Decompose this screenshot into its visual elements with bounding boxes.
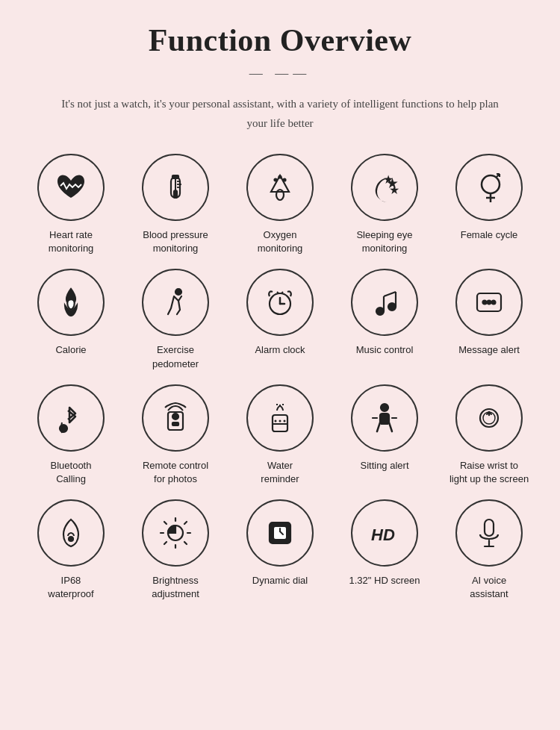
function-item-water: Water reminder [231, 384, 329, 486]
svg-point-35 [172, 414, 178, 419]
exercise-icon-circle [142, 269, 209, 336]
sitting-icon-circle [351, 384, 418, 452]
function-item-music: Music control [336, 269, 433, 370]
function-item-exercise: Exercise pedometer [127, 269, 224, 370]
remote-label: Remote control for photos [143, 459, 208, 486]
message-label: Message alert [458, 343, 520, 357]
svg-point-18 [175, 289, 181, 295]
function-item-oxygen: Oxygen monitoring [231, 154, 329, 255]
svg-point-24 [376, 308, 384, 315]
ai-voice-icon-circle [455, 499, 523, 567]
function-item-raise-wrist: Raise wrist to light up the screen [441, 384, 538, 486]
alarm-icon-circle [246, 269, 314, 336]
function-item-blood-pressure: Blood pressure monitoring [127, 154, 224, 255]
subtitle: It's not just a watch, it's your persona… [56, 95, 504, 133]
svg-point-32 [492, 301, 496, 305]
heart-rate-icon-circle [37, 154, 105, 221]
function-item-remote: Remote control for photos [127, 384, 224, 486]
svg-text:HD: HD [371, 525, 395, 544]
title-divider: — —— [15, 66, 545, 81]
svg-rect-3 [174, 190, 177, 198]
svg-text:★: ★ [386, 177, 391, 182]
blood-pressure-icon-circle [142, 154, 209, 221]
hd-screen-label: 1.32" HD screen [349, 574, 420, 587]
svg-line-47 [377, 422, 380, 431]
brightness-icon-circle [142, 499, 209, 567]
page-title: Function Overview [15, 22, 545, 58]
svg-line-58 [164, 522, 167, 524]
function-item-sitting: Sitting alert [336, 384, 433, 486]
function-item-dynamic-dial: Dynamic dial [231, 499, 329, 601]
function-item-message: Message alert [441, 269, 538, 370]
female-cycle-icon-circle [455, 154, 523, 221]
brightness-label: Brightness adjustment [152, 574, 199, 601]
female-cycle-label: Female cycle [461, 228, 518, 242]
blood-pressure-label: Blood pressure monitoring [143, 228, 208, 255]
svg-text:★: ★ [392, 187, 396, 193]
svg-point-15 [482, 175, 500, 193]
function-item-ai-voice: AI voice assistant [441, 499, 538, 601]
oxygen-label: Oxygen monitoring [258, 228, 303, 255]
calorie-icon-circle [37, 269, 105, 336]
function-item-brightness: Brightness adjustment [127, 499, 224, 601]
raise-wrist-label: Raise wrist to light up the screen [449, 459, 529, 486]
water-icon-circle [246, 384, 314, 452]
alarm-label: Alarm clock [255, 343, 305, 357]
message-icon-circle [455, 269, 523, 336]
sitting-label: Sitting alert [360, 459, 408, 472]
svg-line-22 [277, 292, 279, 293]
svg-point-30 [483, 301, 487, 305]
ip68-label: IP68 waterproof [48, 574, 93, 601]
ai-voice-label: AI voice assistant [470, 574, 508, 601]
svg-point-25 [388, 303, 396, 311]
water-label: Water reminder [261, 459, 299, 486]
remote-icon-circle [142, 384, 209, 452]
svg-line-61 [164, 542, 167, 544]
svg-rect-36 [172, 422, 178, 425]
sleeping-icon-circle: ★ ★ ★ [351, 154, 418, 221]
svg-line-28 [384, 292, 396, 296]
dynamic-dial-label: Dynamic dial [252, 574, 308, 587]
music-label: Music control [356, 343, 414, 357]
svg-point-10 [284, 179, 286, 181]
svg-rect-67 [485, 520, 494, 536]
ip68-icon-circle [37, 499, 105, 567]
functions-grid: Heart rate monitoring Blood pressure mon… [15, 154, 545, 602]
heart-rate-label: Heart rate monitoring [49, 228, 94, 255]
raise-wrist-icon-circle [455, 384, 523, 452]
function-item-bluetooth: Bluetooth Calling [22, 384, 119, 486]
dynamic-dial-icon-circle [246, 499, 314, 567]
oxygen-icon-circle [246, 154, 314, 221]
function-item-hd-screen: HD 1.32" HD screen [336, 499, 433, 601]
hd-screen-icon-circle: HD [351, 499, 418, 567]
svg-rect-46 [380, 414, 389, 424]
bluetooth-icon-circle [37, 384, 105, 452]
function-item-ip68: IP68 waterproof [22, 499, 119, 601]
bluetooth-label: Bluetooth Calling [51, 459, 92, 486]
exercise-label: Exercise pedometer [152, 343, 199, 370]
svg-line-48 [389, 422, 392, 431]
svg-point-45 [381, 404, 388, 411]
svg-point-31 [488, 301, 491, 305]
music-icon-circle [351, 269, 418, 336]
svg-line-23 [281, 292, 283, 293]
function-item-alarm: Alarm clock [231, 269, 329, 370]
svg-point-9 [275, 179, 277, 181]
svg-point-52 [69, 537, 73, 541]
calorie-label: Calorie [55, 343, 86, 357]
function-item-heart-rate: Heart rate monitoring [22, 154, 119, 255]
function-item-female-cycle: Female cycle [441, 154, 538, 255]
function-item-sleeping: ★ ★ ★ Sleeping eye monitoring [336, 154, 433, 255]
svg-line-60 [184, 522, 187, 524]
sleeping-label: Sleeping eye monitoring [356, 228, 412, 255]
svg-point-11 [279, 176, 281, 178]
function-item-calorie: Calorie [22, 269, 119, 370]
svg-line-59 [184, 542, 187, 544]
